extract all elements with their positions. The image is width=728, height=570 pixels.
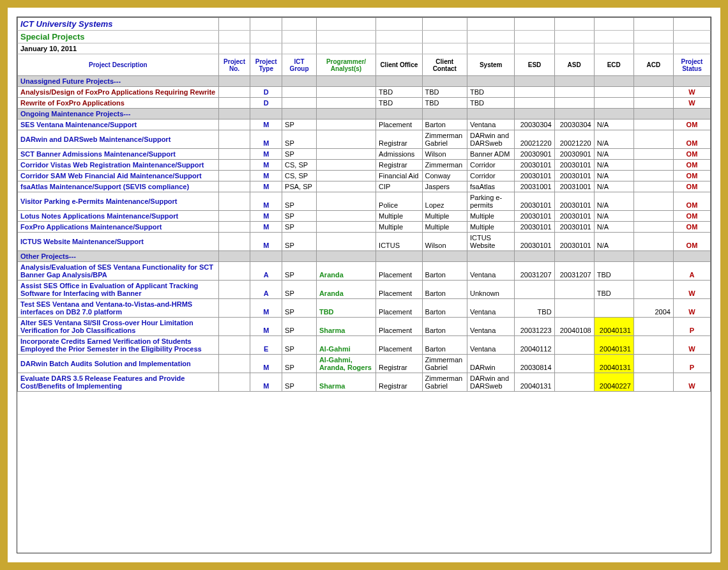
- cell-asd: 20031207: [554, 262, 594, 281]
- cell-desc: SES Ventana Maintenance/Support: [18, 119, 219, 130]
- cell-status: W: [673, 299, 710, 318]
- cell-contact: TBD: [422, 98, 467, 109]
- cell-contact: Zimmerman Gabriel: [422, 355, 467, 373]
- col-system: System: [467, 54, 515, 76]
- cell-group: SP: [282, 336, 317, 355]
- cell-ecd: [594, 299, 633, 318]
- cell-status: W: [673, 336, 710, 355]
- cell-esd: TBD: [515, 299, 554, 318]
- section-row: Ongoing Maintenance Projects---: [18, 109, 711, 119]
- cell-office: Registrar: [376, 373, 422, 392]
- cell-acd: [633, 373, 673, 392]
- cell-prog: Aranda: [316, 281, 375, 299]
- section-row: Unassigned Future Projects---: [18, 76, 711, 87]
- cell-desc: Corridor Vistas Web Registration Mainten…: [18, 160, 219, 171]
- cell-system: Unknown: [467, 281, 515, 299]
- cell-office: ICTUS: [376, 233, 422, 251]
- cell-group: SP: [282, 355, 317, 373]
- cell-no: [218, 130, 250, 149]
- col-ecd: ECD: [594, 54, 633, 76]
- cell-desc: Test SES Ventana and Ventana-to-Vistas-a…: [18, 299, 219, 318]
- cell-type: M: [250, 355, 282, 373]
- cell-esd: 20021220: [515, 130, 554, 149]
- col-office: Client Office: [376, 54, 422, 76]
- cell-status: OM: [673, 222, 710, 233]
- cell-acd: [633, 192, 673, 211]
- cell-prog: [316, 181, 375, 192]
- table-row: FoxPro Applications Maintenance/SupportM…: [18, 222, 711, 233]
- cell-esd: 20030101: [515, 192, 554, 211]
- section-label: Other Projects---: [18, 251, 219, 262]
- cell-no: [218, 233, 250, 251]
- org-row: ICT University Systems: [18, 18, 711, 31]
- cell-ecd: N/A: [594, 211, 633, 222]
- col-group: ICT Group: [282, 54, 317, 76]
- cell-contact: Barton: [422, 336, 467, 355]
- col-acd: ACD: [633, 54, 673, 76]
- cell-acd: [633, 119, 673, 130]
- cell-asd: 20031001: [554, 181, 594, 192]
- cell-system: Banner ADM: [467, 149, 515, 160]
- cell-contact: Zimmerman Gabriel: [422, 373, 467, 392]
- cell-desc: Analysis/Evaluation of SES Ventana Funct…: [18, 262, 219, 281]
- cell-esd: 20030101: [515, 160, 554, 171]
- cell-group: SP: [282, 119, 317, 130]
- cell-office: TBD: [376, 98, 422, 109]
- cell-esd: 20030101: [515, 211, 554, 222]
- page-frame: ICT University Systems Special Projects …: [0, 0, 728, 570]
- date-row: January 10, 2011: [18, 43, 711, 54]
- col-desc: Project Description: [18, 54, 219, 76]
- cell-prog: [316, 98, 375, 109]
- col-type: Project Type: [250, 54, 282, 76]
- cell-desc: Assist SES Office in Evaluation of Appli…: [18, 281, 219, 299]
- cell-asd: [554, 373, 594, 392]
- cell-contact: Wilson: [422, 149, 467, 160]
- cell-esd: 20030101: [515, 222, 554, 233]
- cell-system: ICTUS Website: [467, 233, 515, 251]
- cell-office: Police: [376, 192, 422, 211]
- col-no: Project No.: [218, 54, 250, 76]
- cell-prog: [316, 171, 375, 181]
- cell-esd: [515, 87, 554, 98]
- table-row: fsaAtlas Maintenance/Support (SEVIS comp…: [18, 181, 711, 192]
- cell-ecd: 20040131: [594, 318, 633, 336]
- cell-esd: [515, 281, 554, 299]
- cell-status: OM: [673, 233, 710, 251]
- projects-table: ICT University Systems Special Projects …: [17, 17, 711, 392]
- table-row: Corridor SAM Web Financial Aid Maintenan…: [18, 171, 711, 181]
- cell-type: M: [250, 160, 282, 171]
- cell-esd: 20030101: [515, 171, 554, 181]
- cell-group: SP: [282, 318, 317, 336]
- cell-ecd: N/A: [594, 119, 633, 130]
- sheet-title: Special Projects: [18, 31, 219, 43]
- cell-system: Ventana: [467, 318, 515, 336]
- cell-prog: [316, 222, 375, 233]
- cell-desc: Incorporate Credits Earned Verification …: [18, 336, 219, 355]
- cell-acd: [633, 222, 673, 233]
- section-row: Other Projects---: [18, 251, 711, 262]
- cell-acd: [633, 171, 673, 181]
- cell-no: [218, 336, 250, 355]
- cell-office: Admissions: [376, 149, 422, 160]
- cell-group: SP: [282, 222, 317, 233]
- cell-group: [282, 98, 317, 109]
- cell-esd: 20040131: [515, 373, 554, 392]
- cell-contact: Jaspers: [422, 181, 467, 192]
- cell-ecd: TBD: [594, 281, 633, 299]
- cell-no: [218, 171, 250, 181]
- cell-desc: Rewrite of FoxPro Applications: [18, 98, 219, 109]
- table-body: Unassigned Future Projects---Analysis/De…: [18, 76, 711, 392]
- cell-contact: Conway: [422, 171, 467, 181]
- cell-group: SP: [282, 149, 317, 160]
- cell-ecd: 20040131: [594, 355, 633, 373]
- cell-prog: [316, 130, 375, 149]
- cell-esd: 20031207: [515, 262, 554, 281]
- cell-ecd: N/A: [594, 233, 633, 251]
- table-row: ICTUS Website Maintenance/SupportMSPICTU…: [18, 233, 711, 251]
- cell-no: [218, 262, 250, 281]
- cell-no: [218, 318, 250, 336]
- cell-type: M: [250, 149, 282, 160]
- cell-ecd: N/A: [594, 192, 633, 211]
- cell-asd: [554, 87, 594, 98]
- cell-asd: 20030101: [554, 171, 594, 181]
